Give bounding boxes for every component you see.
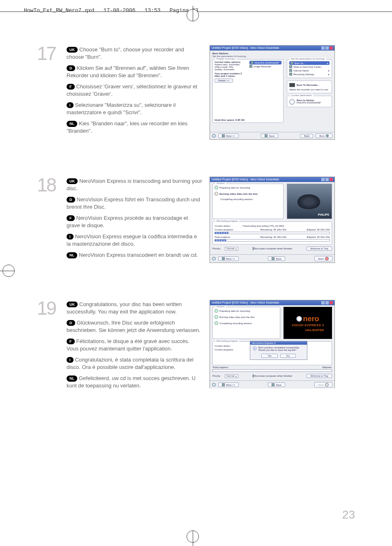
burn-to-item[interactable]: Burn To...▸ — [289, 61, 330, 65]
stop-icon — [325, 257, 329, 260]
back-button[interactable]: Back — [300, 134, 313, 138]
folder-icon — [289, 65, 292, 68]
lang-badge-uk: UK — [67, 178, 78, 184]
details-button[interactable]: Details >> — [214, 78, 233, 83]
para-nl: Gefeliciteerd, uw cd is met succes gesch… — [67, 375, 196, 389]
dialog-no-button[interactable]: No — [280, 354, 296, 358]
chevron-down-icon — [235, 375, 237, 378]
para-i: Congratulazioni, è stata completata la s… — [67, 357, 194, 370]
dialog-title: NeroVision Express 3 — [250, 341, 307, 345]
check-icon — [214, 315, 218, 319]
step-18: 18 UKNeroVision Express is transcoding a… — [37, 177, 362, 263]
shutdown-label: Shut down computer when finished — [254, 247, 292, 250]
help-icon[interactable] — [212, 383, 216, 387]
progress-icon — [214, 192, 218, 196]
lang-badge-d: D — [67, 320, 75, 326]
screenshot-complete: Untitled Project [DVD-Video] - Nero Visi… — [210, 300, 335, 388]
print-header: HowTo_Ext_RW_Nero7.qxd 17-08-2006 13:53 … — [24, 7, 198, 14]
maximize-icon[interactable] — [325, 178, 329, 181]
priority-select[interactable]: Normal — [225, 247, 238, 251]
preview-pane: PHILIPS — [287, 184, 332, 219]
lang-badge-nl: NL — [67, 252, 77, 258]
page-heading: Burn Options — [212, 52, 332, 55]
minimize-tray-button[interactable]: Minimize to Tray — [307, 374, 332, 378]
step-19: 19 UKCongratulations, your disc has been… — [37, 300, 362, 393]
lang-badge-f: F — [67, 84, 75, 90]
step-number: 19 — [37, 300, 59, 317]
abort-button[interactable]: Abort — [314, 256, 332, 261]
more-button[interactable]: More >> — [218, 256, 239, 261]
minimize-icon[interactable] — [321, 301, 325, 304]
burn-to-recorder-label: Burn To Recorder... — [297, 84, 319, 86]
recorder-option-image[interactable]: Image Recorder — [249, 65, 281, 68]
check-icon — [214, 186, 218, 189]
total-progress-bar — [212, 369, 332, 372]
window-title: Untitled Project [DVD-Video] - Nero Visi… — [212, 178, 279, 181]
step-number: 17 — [37, 45, 59, 62]
total-progress-bar — [214, 239, 330, 242]
write-hdd-item[interactable]: Write to Hard Disk Folder... — [289, 65, 330, 69]
lang-badge-uk: UK — [67, 302, 78, 307]
action-burning: Burning video data onto the disc — [214, 191, 281, 196]
minimize-tray-button[interactable]: Minimize to Tray — [307, 247, 332, 251]
more-button[interactable]: More >> — [218, 134, 239, 138]
save-button[interactable]: Save — [268, 382, 285, 387]
info-icon: i — [253, 346, 257, 350]
para-uk: Congratulations, your disc has been writ… — [67, 301, 182, 315]
tools-icon — [222, 134, 225, 137]
lang-badge-uk: UK — [67, 47, 78, 53]
para-nl: Kies "Branden naar", kies uw recorder en… — [67, 120, 187, 134]
total-progress-label: Total progress: — [214, 236, 240, 238]
action-completing: Completing recording session — [220, 198, 281, 201]
action-burning: Burning video data onto the disc — [214, 315, 278, 319]
gear-icon — [289, 73, 292, 76]
more-button[interactable]: More >> — [218, 382, 239, 387]
save-button[interactable]: Save — [261, 134, 278, 138]
recording-progress-legend: Recording progress — [215, 220, 239, 222]
nero-logo-ultra: ultra BUFFER — [292, 329, 324, 332]
registration-mark-top — [181, 6, 205, 22]
chevron-down-icon — [235, 247, 237, 250]
quality: Quality: Automatic — [214, 68, 247, 71]
window-title: Untitled Project [DVD-Video] - Nero Visi… — [212, 301, 279, 304]
minimize-icon[interactable] — [321, 178, 325, 181]
minimize-icon[interactable] — [321, 46, 325, 50]
para-i: Selezionare "Masterizza su", selezionare… — [67, 102, 175, 115]
help-icon[interactable] — [212, 134, 216, 138]
close-icon[interactable] — [330, 301, 333, 304]
recording-settings-item[interactable]: Recording Settings▸ — [289, 72, 330, 76]
volume-name-item[interactable]: Volume Name▸ — [289, 69, 330, 72]
priority-select[interactable]: Normal — [225, 374, 238, 378]
actions-legend: Actions — [215, 305, 226, 308]
close-icon[interactable] — [330, 178, 333, 181]
para-i: NeroVision Express esegue la codifica in… — [67, 233, 197, 247]
window-title: Untitled Project [DVD-Video] - Nero Visi… — [212, 46, 279, 50]
dialog-yes-button[interactable]: Yes — [261, 354, 278, 358]
elapsed-label: Elapsed: — [307, 228, 316, 231]
abort-button[interactable]: Abort — [314, 382, 332, 387]
recorder-option-philips[interactable]: PHILIPS DVDR1640P — [249, 61, 281, 65]
burn-button[interactable]: Burn — [316, 134, 332, 138]
para-f: NeroVision Express procède au transcodag… — [67, 215, 188, 228]
total-remaining: 0h 18m 20s — [274, 236, 286, 238]
current-action-value: Transcoding and writing VTS_01.0001 — [242, 225, 284, 227]
lang-badge-f: F — [67, 215, 75, 221]
help-icon[interactable] — [212, 257, 216, 260]
para-uk: Choose "Burn to", choose your recorder a… — [67, 46, 184, 60]
maximize-icon[interactable] — [325, 301, 329, 304]
lang-badge-i: I — [67, 234, 74, 240]
para-d: Klicken Sie auf "Brennen auf", wählen Si… — [67, 65, 189, 78]
success-dialog: NeroVision Express 3 i Burn process comp… — [250, 341, 307, 360]
select-recorder-hint: Select the recorder you want to use. — [289, 88, 330, 91]
maximize-icon[interactable] — [325, 46, 329, 50]
step-text: UKChoose "Burn to", choose your recorder… — [67, 45, 202, 138]
header-filename: HowTo_Ext_RW_Nero7.qxd — [24, 7, 95, 14]
step-text: UKNeroVision Express is transcoding and … — [67, 177, 202, 263]
disc-icon — [289, 99, 295, 105]
total-elapsed: 0h 02m 55s — [317, 236, 330, 238]
actions-legend: Actions — [215, 182, 226, 184]
check-icon — [214, 321, 218, 325]
save-button[interactable]: Save — [268, 256, 285, 261]
recorder-icon — [251, 61, 254, 64]
close-icon[interactable] — [330, 46, 333, 50]
